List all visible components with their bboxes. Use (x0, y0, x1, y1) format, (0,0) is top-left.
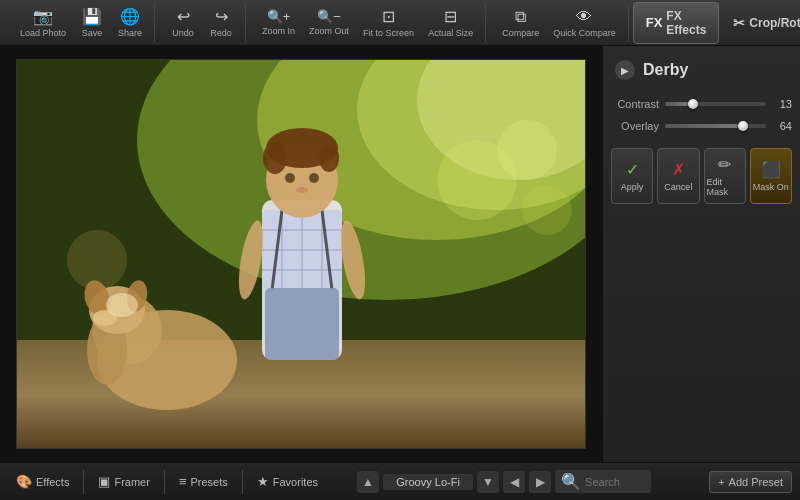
add-preset-button[interactable]: + Add Preset (709, 471, 792, 493)
prev-button[interactable]: ◀ (503, 471, 525, 493)
actual-label: Actual Size (428, 28, 473, 38)
share-button[interactable]: 🌐 Share (112, 3, 148, 42)
add-preset-label: Add Preset (729, 476, 783, 488)
scroll-up-button[interactable]: ▲ (357, 471, 379, 493)
svg-point-8 (522, 185, 572, 235)
share-icon: 🌐 (120, 7, 140, 26)
zoom-in-button[interactable]: 🔍+ Zoom In (256, 5, 301, 40)
main-area: ▶ Derby Contrast 13 Overlay 6 (0, 46, 800, 462)
fx-label: FX Effects (666, 9, 706, 37)
photo-wrapper (16, 59, 586, 449)
contrast-row: Contrast 13 (611, 98, 792, 110)
svg-point-17 (106, 293, 138, 317)
svg-point-32 (319, 144, 339, 172)
zoom-in-label: Zoom In (262, 26, 295, 36)
edit-mask-button[interactable]: ✏ Edit Mask (704, 148, 746, 204)
undo-button[interactable]: ↩ Undo (165, 3, 201, 42)
svg-point-33 (285, 173, 295, 183)
photo-scene (17, 60, 585, 448)
overlay-label: Overlay (611, 120, 659, 132)
contrast-thumb[interactable] (688, 99, 698, 109)
compare-label: Compare (502, 28, 539, 38)
scroll-down-button[interactable]: ▼ (477, 471, 499, 493)
action-buttons: ✓ Apply ✗ Cancel ✏ Edit Mask ⬛ Mask On (611, 148, 792, 204)
crop-rotate-tab[interactable]: ✂ Crop/Rotate (721, 9, 800, 37)
preset-nav: ▲ Groovy Lo-Fi ▼ ◀ ▶ 🔍 (357, 470, 651, 493)
overlay-fill (665, 124, 738, 128)
add-icon: + (718, 476, 724, 488)
svg-point-7 (497, 120, 557, 180)
fx-icon: FX (646, 15, 663, 30)
mask-on-button[interactable]: ⬛ Mask On (750, 148, 792, 204)
svg-point-35 (296, 187, 308, 193)
sep1 (83, 470, 84, 494)
sep2 (164, 470, 165, 494)
effects-button[interactable]: 🎨 Effects (8, 470, 77, 493)
search-box[interactable]: 🔍 (555, 470, 651, 493)
actual-size-button[interactable]: ⊟ Actual Size (422, 3, 479, 42)
edit-mask-label: Edit Mask (707, 177, 743, 197)
save-label: Save (82, 28, 103, 38)
crop-icon: ✂ (733, 15, 745, 31)
overlay-thumb[interactable] (738, 121, 748, 131)
fx-effects-tab[interactable]: FX FX Effects (633, 2, 720, 44)
svg-point-31 (263, 142, 287, 174)
next-button[interactable]: ▶ (529, 471, 551, 493)
zoom-in-icon: 🔍+ (267, 9, 291, 24)
framer-button[interactable]: ▣ Framer (90, 470, 157, 493)
bottom-right: + Add Preset (709, 471, 792, 493)
save-button[interactable]: 💾 Save (74, 3, 110, 42)
overlay-row: Overlay 64 (611, 120, 792, 132)
save-icon: 💾 (82, 7, 102, 26)
redo-icon: ↪ (215, 7, 228, 26)
svg-point-34 (309, 173, 319, 183)
actual-icon: ⊟ (444, 7, 457, 26)
overlay-slider[interactable] (665, 124, 766, 128)
undo-label: Undo (172, 28, 194, 38)
presets-label: Presets (190, 476, 227, 488)
search-input[interactable] (585, 476, 645, 488)
fit-screen-button[interactable]: ⊡ Fit to Screen (357, 3, 420, 42)
load-photo-label: Load Photo (20, 28, 66, 38)
panel-title: Derby (643, 61, 688, 79)
apply-label: Apply (621, 182, 644, 192)
presets-button[interactable]: ≡ Presets (171, 470, 236, 493)
zoom-out-button[interactable]: 🔍− Zoom Out (303, 5, 355, 40)
undo-icon: ↩ (177, 7, 190, 26)
zoom-out-icon: 🔍− (317, 9, 341, 24)
cancel-button[interactable]: ✗ Cancel (657, 148, 699, 204)
contrast-slider[interactable] (665, 102, 766, 106)
compare-icon: ⧉ (515, 8, 526, 26)
file-group: 📷 Load Photo 💾 Save 🌐 Share (8, 3, 155, 42)
sep3 (242, 470, 243, 494)
apply-icon: ✓ (626, 160, 639, 179)
fit-icon: ⊡ (382, 7, 395, 26)
zoom-out-label: Zoom Out (309, 26, 349, 36)
play-icon: ▶ (621, 65, 629, 76)
overlay-value: 64 (772, 120, 792, 132)
load-photo-button[interactable]: 📷 Load Photo (14, 3, 72, 42)
top-toolbar: 📷 Load Photo 💾 Save 🌐 Share ↩ Undo ↪ Red… (0, 0, 800, 46)
cancel-icon: ✗ (672, 160, 685, 179)
sliders-area: Contrast 13 Overlay 64 (611, 94, 792, 136)
play-button[interactable]: ▶ (615, 60, 635, 80)
presets-icon: ≡ (179, 474, 187, 489)
contrast-value: 13 (772, 98, 792, 110)
edit-mask-icon: ✏ (718, 155, 731, 174)
quick-compare-button[interactable]: 👁 Quick Compare (547, 4, 622, 42)
compare-button[interactable]: ⧉ Compare (496, 4, 545, 42)
redo-button[interactable]: ↪ Redo (203, 3, 239, 42)
compare-group: ⧉ Compare 👁 Quick Compare (490, 4, 629, 42)
search-icon: 🔍 (561, 472, 581, 491)
redo-label: Redo (210, 28, 232, 38)
crop-label: Crop/Rotate (749, 16, 800, 30)
favorites-label: Favorites (273, 476, 318, 488)
apply-button[interactable]: ✓ Apply (611, 148, 653, 204)
panel-header: ▶ Derby (611, 54, 792, 86)
favorites-button[interactable]: ★ Favorites (249, 470, 326, 493)
cancel-label: Cancel (664, 182, 692, 192)
framer-icon: ▣ (98, 474, 110, 489)
effects-icon: 🎨 (16, 474, 32, 489)
quick-compare-label: Quick Compare (553, 28, 616, 38)
photo-canvas (0, 46, 602, 462)
